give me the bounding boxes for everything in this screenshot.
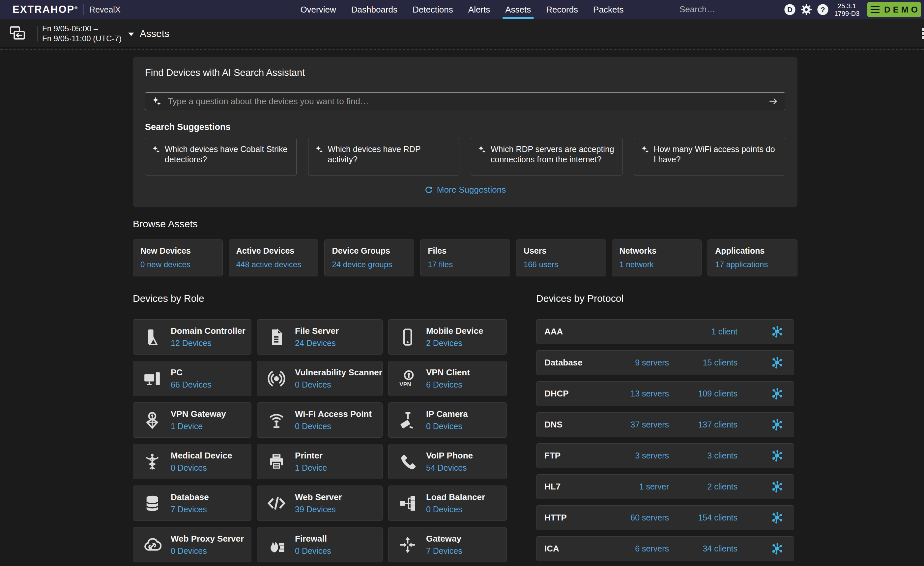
brand-logo[interactable]: EXTRAHOP® xyxy=(12,4,78,15)
sparkle-icon xyxy=(152,96,162,106)
role-card-firewall[interactable]: Firewall0 Devices xyxy=(257,527,382,562)
demo-menu-button[interactable]: DEMO xyxy=(867,2,921,17)
ai-search-panel: Find Devices with AI Search Assistant Se… xyxy=(133,57,798,207)
activity-map-icon[interactable] xyxy=(770,480,784,494)
role-card-pc[interactable]: PC66 Devices xyxy=(133,361,251,396)
role-card-vulnerability-scanner[interactable]: Vulnerability Scanner0 Devices xyxy=(257,361,382,396)
tab-dashboards[interactable]: Dashboards xyxy=(351,0,398,19)
protocol-servers-link[interactable]: 1 server xyxy=(610,482,669,491)
role-card-load-balancer[interactable]: Load Balancer0 Devices xyxy=(388,486,507,521)
activity-map-icon[interactable] xyxy=(770,325,784,339)
role-card-vpn-client[interactable]: VPNVPN Client6 Devices xyxy=(388,361,507,396)
role-card-link[interactable]: 0 Devices xyxy=(171,546,207,555)
role-card-link[interactable]: 7 Devices xyxy=(171,505,207,514)
browse-card-link[interactable]: 17 applications xyxy=(715,260,768,269)
role-card-link[interactable]: 0 Devices xyxy=(295,380,331,389)
search-input[interactable] xyxy=(680,4,775,16)
search-suggestion-card[interactable]: How many WiFi access points do I have? xyxy=(634,138,786,176)
protocol-clients-link[interactable]: 109 clients xyxy=(669,389,738,399)
role-card-voip-phone[interactable]: VoIP Phone54 Devices xyxy=(388,444,507,479)
browse-card-applications[interactable]: Applications17 applications xyxy=(708,239,798,276)
activity-map-icon[interactable] xyxy=(770,418,784,432)
protocol-servers-link[interactable]: 37 servers xyxy=(610,420,669,429)
browse-card-link[interactable]: 448 active devices xyxy=(236,260,301,269)
browse-card-link[interactable]: 1 network xyxy=(620,260,654,269)
panels-back-icon[interactable] xyxy=(9,25,26,42)
role-card-web-proxy-server[interactable]: Web Proxy Server0 Devices xyxy=(133,527,251,562)
more-suggestions-label: More Suggestions xyxy=(437,185,506,195)
protocol-clients-link[interactable]: 2 clients xyxy=(669,482,738,491)
browse-card-link[interactable]: 0 new devices xyxy=(140,260,190,269)
role-card-link[interactable]: 1 Device xyxy=(171,421,202,431)
role-card-link[interactable]: 0 Devices xyxy=(295,421,331,431)
more-suggestions-button[interactable]: More Suggestions xyxy=(133,185,798,195)
role-card-link[interactable]: 0 Devices xyxy=(295,546,331,555)
browse-card-networks[interactable]: Networks1 network xyxy=(612,239,702,276)
role-card-link[interactable]: 54 Devices xyxy=(426,463,467,472)
protocol-clients-link[interactable]: 154 clients xyxy=(669,513,738,522)
browse-card-link[interactable]: 24 device groups xyxy=(332,260,392,269)
role-card-link[interactable]: 0 Devices xyxy=(426,421,462,431)
search-suggestion-card[interactable]: Which RDP servers are accepting connecti… xyxy=(471,138,622,176)
tab-alerts[interactable]: Alerts xyxy=(468,0,490,19)
activity-map-icon[interactable] xyxy=(770,387,784,401)
role-card-vpn-gateway[interactable]: VPN Gateway1 Device xyxy=(133,402,251,438)
protocol-clients-link[interactable]: 34 clients xyxy=(669,544,738,554)
browse-card-new-devices[interactable]: New Devices0 new devices xyxy=(133,239,223,276)
role-card-medical-device[interactable]: Medical Device0 Devices xyxy=(133,444,251,479)
browse-card-users[interactable]: Users166 users xyxy=(516,239,606,276)
role-card-link[interactable]: 0 Devices xyxy=(426,505,462,514)
ai-question-input[interactable] xyxy=(167,96,762,107)
search-suggestion-card[interactable]: Which devices have Cobalt Strike detecti… xyxy=(145,138,297,176)
role-card-link[interactable]: 7 Devices xyxy=(426,546,462,555)
role-card-mobile-device[interactable]: Mobile Device2 Devices xyxy=(388,319,507,355)
role-card-database[interactable]: Database7 Devices xyxy=(133,486,251,521)
protocol-clients-link[interactable]: 3 clients xyxy=(669,451,738,461)
help-icon[interactable]: ? xyxy=(817,3,829,16)
role-card-link[interactable]: 6 Devices xyxy=(426,380,462,389)
protocol-servers-link[interactable]: 13 servers xyxy=(610,389,669,399)
browse-card-device-groups[interactable]: Device Groups24 device groups xyxy=(324,239,414,276)
role-card-link[interactable]: 1 Device xyxy=(295,463,327,472)
role-card-link[interactable]: 66 Devices xyxy=(171,380,212,389)
gear-icon[interactable] xyxy=(800,3,813,16)
protocol-clients-link[interactable]: 15 clients xyxy=(669,358,738,367)
protocol-servers-link[interactable]: 3 servers xyxy=(610,451,669,461)
protocol-servers-link[interactable]: 6 servers xyxy=(610,544,669,554)
search-suggestion-card[interactable]: Which devices have RDP activity? xyxy=(308,138,460,176)
time-range-selector[interactable]: Fri 9/05·05:00 – Fri 9/05·11:00 (UTC-7) xyxy=(42,24,135,44)
role-card-link[interactable]: 12 Devices xyxy=(171,339,212,348)
role-card-web-server[interactable]: Web Server39 Devices xyxy=(257,486,382,521)
activity-map-icon[interactable] xyxy=(770,542,784,556)
role-card-gateway[interactable]: Gateway7 Devices xyxy=(388,527,507,562)
protocol-servers-link[interactable]: 60 servers xyxy=(610,513,669,522)
role-card-printer[interactable]: Printer1 Device xyxy=(257,444,382,479)
role-card-file-server[interactable]: File Server24 Devices xyxy=(257,319,382,355)
role-card-link[interactable]: 39 Devices xyxy=(295,505,336,514)
role-card-link[interactable]: 24 Devices xyxy=(295,339,336,348)
role-card-link[interactable]: 0 Devices xyxy=(171,463,207,472)
role-card-ip-camera[interactable]: IP Camera0 Devices xyxy=(388,402,507,438)
edge-grid-icon[interactable] xyxy=(922,28,924,39)
tab-assets[interactable]: Assets xyxy=(505,0,531,19)
activity-map-icon[interactable] xyxy=(770,449,784,463)
tab-packets[interactable]: Packets xyxy=(593,0,624,19)
protocol-clients-link[interactable]: 1 client xyxy=(669,327,738,336)
tab-overview[interactable]: Overview xyxy=(300,0,336,19)
activity-map-icon[interactable] xyxy=(770,511,784,525)
role-card-link[interactable]: 2 Devices xyxy=(426,339,462,348)
role-card-label: Load Balancer xyxy=(426,492,485,502)
browse-card-link[interactable]: 17 files xyxy=(428,260,453,269)
protocol-servers-link[interactable]: 9 servers xyxy=(610,358,669,367)
browse-card-files[interactable]: Files17 files xyxy=(420,239,510,276)
tab-detections[interactable]: Detections xyxy=(412,0,453,19)
protocol-clients-link[interactable]: 137 clients xyxy=(669,420,738,429)
role-card-domain-controller[interactable]: Domain Controller12 Devices xyxy=(133,319,251,355)
browse-card-active-devices[interactable]: Active Devices448 active devices xyxy=(229,239,319,276)
role-card-wi-fi-access-point[interactable]: Wi-Fi Access Point0 Devices xyxy=(257,402,382,438)
tab-records[interactable]: Records xyxy=(546,0,578,19)
submit-arrow-icon[interactable] xyxy=(768,96,778,107)
user-avatar-icon[interactable]: D xyxy=(784,3,796,16)
activity-map-icon[interactable] xyxy=(770,356,784,370)
browse-card-link[interactable]: 166 users xyxy=(524,260,558,269)
